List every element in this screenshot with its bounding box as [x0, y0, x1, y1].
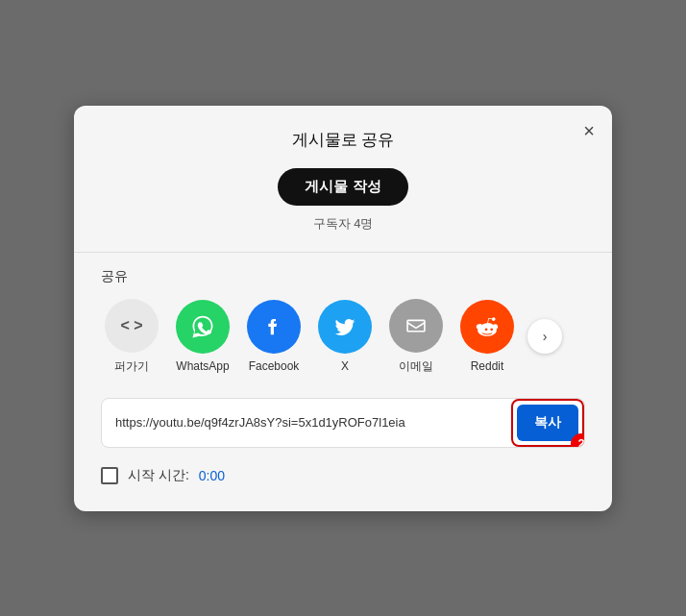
share-item-facebook: Facebook: [243, 300, 305, 373]
subscriber-count: 구독자 4명: [101, 215, 585, 233]
facebook-icon[interactable]: [247, 300, 301, 354]
whatsapp-label: WhatsApp: [176, 359, 229, 373]
reddit-label: Reddit: [471, 359, 504, 373]
copy-button[interactable]: 복사: [517, 405, 578, 441]
divider: [74, 252, 612, 253]
share-item-embed: < > 퍼가기: [101, 299, 162, 375]
embed-label: 퍼가기: [114, 358, 149, 375]
share-section-label: 공유: [101, 268, 585, 285]
url-text: https://youtu.be/q9f4zrJA8sY?si=5x1d1yRO…: [115, 404, 511, 441]
next-arrow-button[interactable]: ›: [527, 319, 562, 354]
start-time-checkbox[interactable]: [101, 467, 118, 484]
copy-button-wrapper: 복사 2: [511, 399, 584, 447]
share-item-whatsapp: WhatsApp: [172, 300, 233, 373]
start-time-row: 시작 시간: 0:00: [101, 467, 585, 484]
embed-icon[interactable]: < >: [105, 299, 159, 353]
facebook-label: Facebook: [249, 359, 300, 373]
start-time-label: 시작 시간:: [128, 467, 189, 484]
share-item-email: 이메일: [385, 299, 447, 375]
modal-title: 게시물로 공유: [101, 129, 585, 151]
x-icon[interactable]: [318, 300, 372, 354]
share-modal: × 게시물로 공유 게시물 작성 구독자 4명 공유 < > 퍼가기 Whats…: [74, 106, 612, 511]
reddit-icon[interactable]: [460, 300, 514, 354]
close-button[interactable]: ×: [583, 121, 595, 140]
start-time-value: 0:00: [199, 468, 225, 483]
share-item-reddit: Reddit: [456, 300, 518, 373]
create-post-button[interactable]: 게시물 작성: [278, 168, 409, 206]
share-icons-row: < > 퍼가기 WhatsApp Facebook: [101, 299, 585, 375]
whatsapp-icon[interactable]: [176, 300, 230, 354]
x-label: X: [341, 359, 349, 373]
share-item-x: X: [314, 300, 376, 373]
url-row: https://youtu.be/q9f4zrJA8sY?si=5x1d1yRO…: [101, 398, 585, 448]
email-label: 이메일: [399, 358, 433, 375]
email-icon[interactable]: [389, 299, 443, 353]
